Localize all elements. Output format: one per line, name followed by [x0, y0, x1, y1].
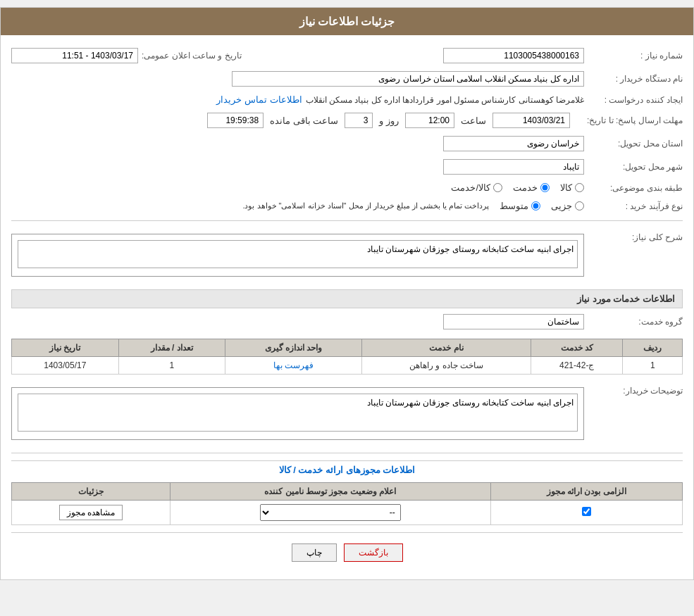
col-radif: ردیف: [623, 339, 683, 357]
shomara-label: شماره نیاز :: [584, 51, 683, 61]
ijad-row: ایجاد کننده درخواست : غلامرضا کوهستانی ک…: [11, 92, 683, 107]
mohlat-label: مهلت ارسال پاسخ: تا تاریخ:: [570, 115, 683, 125]
sharh-label: شرح کلی نیاز:: [584, 230, 683, 242]
sharh-textarea[interactable]: اجرای ابنیه ساخت کتابخانه روستای جوزقان …: [18, 240, 578, 268]
navah-motovaset[interactable]: متوسط: [500, 201, 540, 211]
status-select[interactable]: --: [260, 504, 401, 521]
tozihat-box: اجرای ابنیه ساخت کتابخانه روستای جوزقان …: [11, 387, 584, 440]
table-row: 1 ج-42-421 ساخت جاده و راهاهن فهرست بها …: [12, 357, 683, 375]
divider-2: [11, 453, 683, 453]
cell-count: 1: [118, 357, 225, 375]
divider-1: [11, 220, 683, 221]
tabaqe-row: طبقه بندی موضوعی: کالا خدمت کالا/خدمت: [11, 180, 683, 195]
shahr-input[interactable]: [443, 159, 584, 175]
services-table: ردیف کد خدمت نام خدمت واحد اندازه گیری ت…: [11, 339, 683, 375]
tabaqe-radio-group: کالا خدمت کالا/خدمت: [451, 182, 584, 193]
ostan-row: استان محل تحویل:: [11, 134, 683, 153]
navah-motovaset-radio[interactable]: [531, 201, 540, 210]
cell-unit: فهرست بها: [225, 357, 362, 375]
page-header: جزئیات اطلاعات نیاز: [1, 8, 693, 35]
saat-label: ساعت: [461, 115, 486, 126]
date-time-group: ساعت روز و ساعت باقی مانده: [207, 113, 570, 128]
col-code: کد خدمت: [531, 339, 623, 357]
dastgah-input[interactable]: [232, 71, 584, 87]
dastgah-row: نام دستگاه خریدار :: [11, 69, 683, 89]
rooz-label: روز و: [379, 115, 399, 126]
cell-status: --: [170, 501, 490, 525]
divider-3: [11, 532, 683, 533]
col-count: تعداد / مقدار: [118, 339, 225, 357]
tabaqe-kala-khadamat[interactable]: کالا/خدمت: [451, 182, 502, 193]
col-name: نام خدمت: [362, 339, 531, 357]
cell-code: ج-42-421: [531, 357, 623, 375]
khadamat-section-title: اطلاعات خدمات مورد نیاز: [11, 289, 683, 308]
print-button[interactable]: چاپ: [292, 543, 337, 562]
sharh-box: اجرای ابنیه ساخت کتابخانه روستای جوزقان …: [11, 234, 584, 277]
mohlat-row: مهلت ارسال پاسخ: تا تاریخ: ساعت روز و سا…: [11, 111, 683, 130]
baqi-label: ساعت باقی مانده: [270, 115, 338, 126]
cell-radif: 1: [623, 357, 683, 375]
cell-elzam: [490, 501, 682, 525]
services-table-section: ردیف کد خدمت نام خدمت واحد اندازه گیری ت…: [11, 339, 683, 375]
sharh-row: شرح کلی نیاز: اجرای ابنیه ساخت کتابخانه …: [11, 228, 683, 282]
ostan-label: استان محل تحویل:: [584, 139, 683, 149]
cell-details: مشاهده مجوز: [12, 501, 171, 525]
col-unit: واحد اندازه گیری: [225, 339, 362, 357]
shahr-label: شهر محل تحویل:: [584, 162, 683, 172]
rooz-input[interactable]: [345, 113, 373, 128]
navah-row: نوع فرآیند خرید : جزیی متوسط پرداخت تمام…: [11, 199, 683, 213]
unit-link[interactable]: فهرست بها: [273, 360, 314, 370]
gorooh-label: گروه خدمت:: [584, 317, 683, 327]
gorooh-input[interactable]: [443, 314, 584, 329]
col-status: اعلام وضعیت مجوز توسط نامین کننده: [170, 483, 490, 501]
ijad-value: غلامرضا کوهستانی کارشناس مسئول امور قرار…: [306, 95, 584, 105]
license-table: الزامی بودن ارائه مجوز اعلام وضعیت مجوز …: [11, 482, 683, 525]
tozihat-textarea[interactable]: اجرای ابنیه ساخت کتابخانه روستای جوزقان …: [18, 394, 578, 432]
tarikh-input[interactable]: [492, 113, 570, 128]
tabaqe-kala-khadamat-radio[interactable]: [493, 183, 502, 192]
saat-input[interactable]: [405, 113, 454, 128]
col-elzam: الزامی بودن ارائه مجوز: [490, 483, 682, 501]
mojozha-title: اطلاعات مجوزهای ارائه خدمت / کالا: [11, 460, 683, 479]
ostan-input[interactable]: [443, 136, 584, 151]
button-row: بازگشت چاپ: [11, 543, 683, 562]
ijad-label: ایجاد کننده درخواست :: [584, 95, 683, 105]
tozihat-row: توضیحات خریدار: اجرای ابنیه ساخت کتابخان…: [11, 382, 683, 446]
cell-date: 1403/05/17: [12, 357, 119, 375]
tabaqe-label: طبقه بندی موضوعی:: [584, 183, 683, 193]
tabaqe-khadamat[interactable]: خدمت: [513, 182, 550, 193]
tabaqe-kala-radio[interactable]: [575, 183, 584, 192]
navah-jozi[interactable]: جزیی: [551, 201, 584, 211]
tozihat-label: توضیحات خریدار:: [584, 384, 683, 396]
navah-label: نوع فرآیند خرید :: [584, 201, 683, 211]
page-title: جزئیات اطلاعات نیاز: [299, 15, 395, 27]
cell-name: ساخت جاده و راهاهن: [362, 357, 531, 375]
aalan-label: تاریخ و ساعت اعلان عمومی:: [138, 51, 242, 61]
tabaqe-kala[interactable]: کالا: [560, 182, 584, 193]
baqi-input[interactable]: [207, 113, 264, 128]
license-row: -- مشاهده مجوز: [12, 501, 683, 525]
navah-jozi-radio[interactable]: [575, 201, 584, 210]
col-date: تاریخ نیاز: [12, 339, 119, 357]
back-button[interactable]: بازگشت: [344, 543, 403, 562]
aalan-input[interactable]: [11, 48, 138, 63]
dastgah-label: نام دستگاه خریدار :: [584, 74, 683, 84]
view-license-button[interactable]: مشاهده مجوز: [59, 505, 123, 520]
shahr-row: شهر محل تحویل:: [11, 157, 683, 177]
navah-radio-group: جزیی متوسط پرداخت تمام یا بخشی از مبلغ خ…: [242, 201, 584, 211]
tabaqe-khadamat-radio[interactable]: [540, 183, 550, 192]
elzam-checkbox[interactable]: [582, 507, 591, 516]
etelaat-tamas-link[interactable]: اطلاعات تماس خریدار: [216, 94, 302, 105]
shomara-input[interactable]: [443, 48, 584, 63]
col-details: جزئیات: [12, 483, 171, 501]
gorooh-row: گروه خدمت:: [11, 312, 683, 332]
navah-note: پرداخت تمام یا بخشی از مبلغ خریدار از مح…: [242, 201, 489, 210]
shomara-row: شماره نیاز : تاریخ و ساعت اعلان عمومی:: [11, 46, 683, 65]
